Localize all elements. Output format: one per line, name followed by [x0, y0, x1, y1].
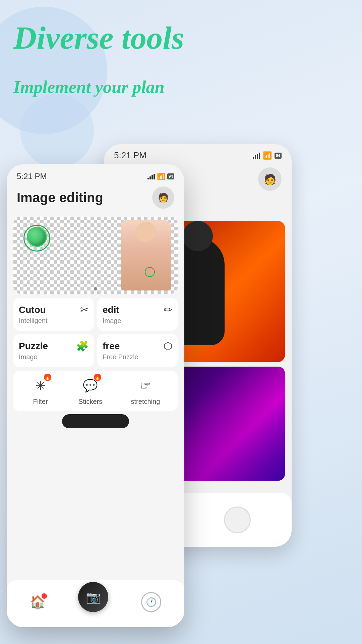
preview-person — [121, 220, 171, 290]
tool-card-puzzle-header: Puzzle 🧩 — [19, 340, 88, 352]
edit-icon: ✏ — [164, 304, 172, 316]
front-title: Image editing — [17, 190, 103, 205]
bottom-tool-stretching[interactable]: ☞ stretching — [131, 376, 160, 406]
nav-home-button[interactable]: 🏠 — [30, 595, 46, 609]
phones-wrapper: 5:21 PM 📶 94 editing 🧑 — [0, 131, 362, 644]
front-wifi-icon: 📶 — [157, 172, 165, 180]
dot-indicator — [94, 287, 97, 290]
hero-subtitle: Implement your plan — [13, 77, 165, 97]
filter-icon-wrap: ✳ 🔥 — [31, 376, 50, 395]
back-avatar-button[interactable]: 🧑 — [258, 167, 282, 191]
back-time: 5:21 PM — [114, 150, 146, 161]
nav-pill — [62, 414, 129, 428]
camera-icon: 📷 — [86, 590, 101, 604]
tool-card-edit[interactable]: edit ✏ Image — [97, 298, 178, 331]
tool-card-cutout[interactable]: Cutou ✂ Intelligent — [13, 298, 94, 331]
back-status-icons: 📶 94 — [253, 151, 282, 160]
front-signal — [147, 173, 155, 179]
tool-puzzle-sub: Image — [19, 353, 88, 361]
puzzle-icon: 🧩 — [76, 340, 88, 352]
front-battery-icon: 94 — [167, 173, 174, 179]
front-header: Image editing 🧑 — [7, 184, 184, 214]
bottom-tool-stickers[interactable]: 💬 🔥 Stickers — [78, 376, 102, 406]
nav-home-notification-dot — [42, 593, 47, 599]
back-signal — [253, 153, 260, 159]
front-time: 5:21 PM — [17, 172, 47, 181]
back-wifi-icon: 📶 — [263, 151, 272, 160]
front-status-icons: 📶 94 — [147, 172, 174, 180]
free-icon: ⬡ — [164, 340, 172, 352]
hero-title: Diverse tools — [13, 20, 184, 56]
stretching-icon: ☞ — [140, 379, 151, 393]
stickers-label: Stickers — [78, 398, 102, 406]
back-camera-placeholder — [224, 506, 251, 533]
tool-card-puzzle[interactable]: Puzzle 🧩 Image — [13, 334, 94, 367]
stickers-icon-wrap: 💬 🔥 — [81, 376, 100, 395]
tool-edit-name: edit — [103, 305, 119, 315]
bottom-nav: 🏠 📷 🕐 — [7, 580, 184, 627]
tool-puzzle-name: Puzzle — [19, 341, 48, 352]
back-battery-icon: 94 — [275, 153, 282, 159]
front-status-bar: 5:21 PM 📶 94 — [7, 164, 184, 184]
tool-cutout-name: Cutou — [19, 305, 46, 315]
tool-edit-sub: Image — [103, 317, 172, 325]
cutout-icon: ✂ — [80, 304, 88, 316]
tool-card-free[interactable]: free ⬡ Free Puzzle — [97, 334, 178, 367]
tool-free-name: free — [103, 341, 120, 352]
stretching-label: stretching — [131, 398, 160, 406]
face-ring — [145, 267, 155, 277]
nav-pill-wrap — [7, 414, 184, 428]
tool-cutout-sub: Intelligent — [19, 317, 88, 325]
filter-hot-badge: 🔥 — [44, 374, 51, 381]
tool-card-free-header: free ⬡ — [103, 340, 172, 352]
tool-card-edit-header: edit ✏ — [103, 304, 172, 316]
stickers-icon: 💬 — [83, 379, 98, 393]
back-status-bar: 5:21 PM 📶 94 — [104, 144, 292, 164]
image-preview — [13, 217, 178, 294]
filter-icon: ✳ — [36, 379, 46, 393]
filter-label: Filter — [33, 398, 48, 406]
green-ball — [27, 227, 47, 247]
nav-camera-button[interactable]: 📷 — [78, 582, 108, 612]
tool-free-sub: Free Puzzle — [103, 353, 172, 361]
bottom-tool-filter[interactable]: ✳ 🔥 Filter — [31, 376, 50, 406]
tools-grid: Cutou ✂ Intelligent edit ✏ Image Puzzle … — [13, 298, 178, 367]
stretching-icon-wrap: ☞ — [136, 376, 155, 395]
bottom-tools-row: ✳ 🔥 Filter 💬 🔥 Stickers ☞ stretching — [13, 371, 178, 411]
nav-clock-button[interactable]: 🕐 — [141, 592, 161, 612]
front-avatar-button[interactable]: 🧑 — [152, 186, 174, 209]
tool-card-cutout-header: Cutou ✂ — [19, 304, 88, 316]
stickers-hot-badge: 🔥 — [94, 374, 101, 381]
phone-front: 5:21 PM 📶 94 Image editing 🧑 — [7, 164, 184, 627]
